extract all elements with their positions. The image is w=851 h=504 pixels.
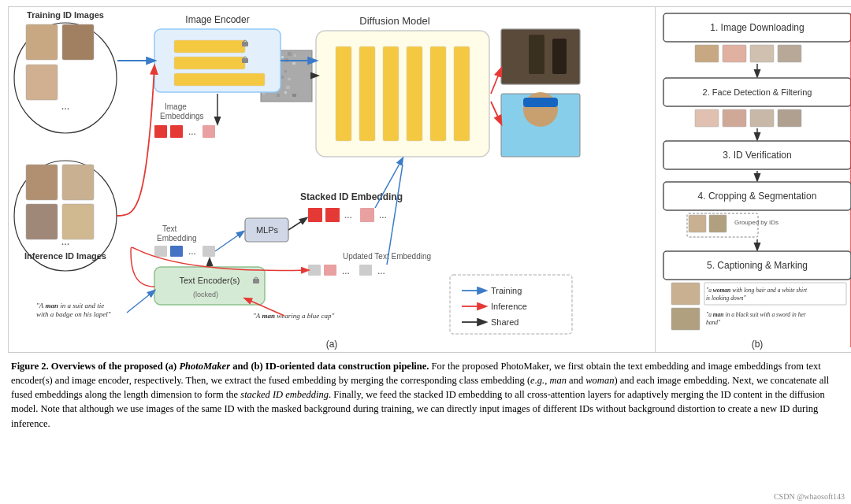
svg-rect-76 [154,246,167,257]
svg-point-107 [523,92,558,127]
svg-rect-72 [253,279,259,284]
svg-text:"A man in a suit and tie: "A man in a suit and tie [36,302,104,309]
svg-text:(locked): (locked) [193,291,218,298]
svg-text:...: ... [377,265,385,276]
svg-text:Training ID Images: Training ID Images [27,10,104,20]
svg-rect-130 [695,109,719,127]
svg-rect-39 [292,94,296,97]
svg-rect-29 [294,76,296,79]
svg-text:...: ... [61,100,70,112]
svg-text:Embeddings: Embeddings [160,112,204,120]
svg-rect-70 [154,267,265,305]
svg-rect-47 [174,73,265,86]
svg-rect-7 [454,46,470,141]
svg-text:1. Image Downloading: 1. Image Downloading [710,22,804,33]
svg-line-84 [127,291,154,313]
svg-rect-131 [723,109,746,127]
svg-rect-79 [203,246,215,257]
svg-text:Image: Image [165,102,187,111]
svg-rect-33 [286,86,290,89]
svg-text:with a badge on his lapel": with a badge on his lapel" [36,310,111,318]
svg-rect-13 [288,52,292,56]
svg-text:...: ... [188,125,196,137]
svg-line-93 [288,218,307,230]
svg-rect-108 [523,98,558,107]
svg-rect-12 [281,56,284,58]
svg-text:4. Cropping & Segmentation: 4. Cropping & Segmentation [698,191,817,202]
svg-text:Diffusion Model: Diffusion Model [359,15,429,27]
svg-rect-105 [552,39,567,74]
diagram-b: 1. Image Downloading 2. Face Detection &… [655,6,851,353]
svg-rect-23 [284,70,287,72]
svg-text:Inference: Inference [491,302,527,311]
svg-text:Text: Text [162,224,177,233]
svg-line-81 [215,232,243,251]
svg-rect-61 [62,204,94,239]
svg-text:Training: Training [491,286,522,295]
svg-rect-51 [26,24,58,60]
svg-text:...: ... [61,235,70,247]
svg-rect-38 [284,91,287,94]
svg-rect-104 [529,35,544,74]
main-container: Diffusion Model [0,0,851,504]
svg-text:is looking down": is looking down" [706,295,747,302]
svg-rect-98 [359,265,372,276]
svg-text:Shared: Shared [491,317,518,327]
svg-line-101 [387,165,403,265]
svg-rect-53 [26,65,58,100]
svg-text:Image Encoder: Image Encoder [185,14,249,25]
svg-text:...: ... [188,245,196,257]
svg-text:Inference ID Images: Inference ID Images [24,251,106,261]
svg-rect-52 [62,24,94,60]
diagram-area: Diffusion Model [8,6,843,353]
svg-rect-126 [778,45,801,62]
svg-rect-132 [750,109,774,127]
svg-rect-24 [291,66,295,70]
svg-rect-77 [170,246,183,257]
svg-rect-88 [308,208,322,222]
svg-rect-45 [174,57,245,69]
svg-text:(b): (b) [752,339,764,350]
watermark: CSDN @whaosoft143 [774,492,845,501]
svg-rect-28 [288,78,291,80]
svg-text:Grouped by IDs: Grouped by IDs [734,219,779,226]
svg-text:"a woman with long hair and a : "a woman with long hair and a white shir… [706,287,808,294]
svg-rect-68 [203,125,215,138]
svg-text:MLPs: MLPs [256,225,279,235]
svg-rect-89 [325,208,340,222]
svg-text:5. Captioning & Marking: 5. Captioning & Marking [707,260,808,271]
svg-rect-5 [407,46,422,141]
svg-line-110 [491,102,501,124]
svg-rect-3 [359,46,375,141]
svg-text:Updated Text Embedding: Updated Text Embedding [343,252,431,261]
caption-bold-start: Overviews of the proposed (a) PhotoMaker… [49,361,429,372]
svg-text:Stacked ID Embedding: Stacked ID Embedding [300,191,403,202]
svg-rect-2 [336,46,351,141]
svg-text:...: ... [379,209,387,220]
svg-text:...: ... [344,209,352,220]
svg-rect-95 [308,265,321,276]
svg-rect-14 [294,54,296,57]
svg-text:Embedding: Embedding [157,234,197,243]
diagram-a: Diffusion Model [8,6,655,353]
svg-rect-142 [689,215,706,232]
svg-rect-37 [277,94,280,97]
caption-area: Figure 2. Overviews of the proposed (a) … [8,353,843,434]
svg-rect-152 [671,308,700,330]
svg-text:hand": hand" [706,319,721,326]
svg-text:"A man wearing a blue cap": "A man wearing a blue cap" [253,312,334,320]
svg-text:2. Face Detection & Filtering: 2. Face Detection & Filtering [703,87,812,97]
svg-rect-66 [170,125,183,138]
svg-rect-58 [26,165,58,200]
svg-rect-124 [723,45,746,62]
svg-text:(a): (a) [326,339,338,350]
figure-number: Figure 2. [11,361,49,372]
svg-text:...: ... [342,265,350,276]
svg-rect-19 [292,62,295,65]
svg-rect-148 [671,283,700,305]
svg-line-109 [491,69,501,94]
svg-rect-43 [174,40,245,53]
svg-rect-91 [360,208,374,222]
svg-rect-96 [324,265,336,276]
svg-rect-4 [383,46,399,141]
